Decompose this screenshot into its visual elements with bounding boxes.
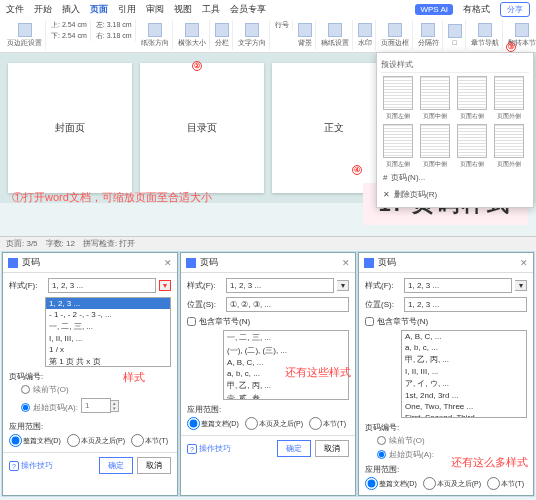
annotation-label: 还有这么多样式 [451,455,528,470]
ribbon-lineno[interactable]: 行号 [272,20,293,30]
format-select[interactable]: 1, 2, 3 ... [48,278,156,293]
scope-after[interactable] [67,434,80,447]
cancel-button[interactable]: 取消 [315,440,349,457]
style-thumb[interactable]: 页面外侧 [492,124,526,169]
scope-this[interactable] [131,434,144,447]
format-list3[interactable]: A, B, C, ...a, b, c, ...甲, 乙, 丙, ...I, I… [401,330,527,418]
word-icon [186,258,196,268]
annotation-label: 还有这些样式 [285,365,351,380]
dialog-title: 页码 [200,256,218,269]
ribbon-size[interactable]: 横张大小 [175,20,210,50]
pagenum-dialog-2: 页码✕ 样式(F):1, 2, 3 ...▾ 位置(S):①, ②, ③, ..… [180,252,356,496]
ribbon-nav[interactable]: 章节导航 [468,20,503,50]
menu-tools[interactable]: 工具 [202,3,220,16]
pos-select[interactable]: 1, 2, 3 ... [404,297,527,312]
format-toggle[interactable]: 有格式 [463,3,490,16]
pagenum-dialog-3: 页码✕ 样式(F):1, 2, 3 ...▾ 位置(S):1, 2, 3 ...… [358,252,534,496]
close-icon[interactable]: ✕ [164,258,172,268]
menu-ref[interactable]: 引用 [118,3,136,16]
word-icon [364,258,374,268]
menu-page[interactable]: 页面 [90,3,108,16]
menu-view[interactable]: 视图 [174,3,192,16]
ok-button[interactable]: 确定 [99,457,133,474]
scope-after[interactable] [423,477,436,490]
menu-bar: 文件 开始 插入 页面 引用 审阅 视图 工具 会员专享 WPS AI 有格式 … [0,0,536,18]
dropdown-icon[interactable]: ▾ [515,280,527,291]
continue-radio[interactable] [21,385,30,394]
wps-ai-badge[interactable]: WPS AI [415,4,453,15]
style-thumb[interactable]: 页面左侧 [381,76,415,121]
scope-doc[interactable] [9,434,22,447]
ribbon-bg[interactable]: 背景 [295,20,316,50]
include-chapter[interactable] [365,317,374,326]
format-select[interactable]: 1, 2, 3 ... [404,278,512,293]
ribbon-textdir[interactable]: 文字方向 [235,20,270,50]
start-value[interactable]: 1 [81,398,111,413]
menu-vip[interactable]: 会员专享 [230,3,266,16]
ribbon-border[interactable]: 页面边框 [378,20,413,50]
ribbon-cols[interactable]: 分栏 [212,20,233,50]
scope-after[interactable] [245,417,258,430]
scope-doc[interactable] [365,477,378,490]
ribbon-margin2[interactable]: 左: 3.18 cm右: 3.18 cm [93,20,136,41]
app-window: 文件 开始 插入 页面 引用 审阅 视图 工具 会员专享 WPS AI 有格式 … [0,0,536,53]
menu-file[interactable]: 文件 [6,3,24,16]
style-thumb[interactable]: 页面中侧 [418,76,452,121]
cancel-button[interactable]: 取消 [137,457,171,474]
style-thumb[interactable]: 页面中侧 [418,124,452,169]
pagenum-dialog-1: 页码✕ 样式(F):1, 2, 3 ...▾ 1, 2, 3 ...- 1 -,… [2,252,178,496]
start-radio[interactable] [377,450,386,459]
scope-this[interactable] [309,417,322,430]
dialog-row: 页码✕ 样式(F):1, 2, 3 ...▾ 1, 2, 3 ...- 1 -,… [0,252,536,496]
dialog-title: 页码 [378,256,396,269]
ribbon-break[interactable]: 分隔符 [415,20,443,50]
tips-link[interactable]: ?操作技巧 [187,443,231,454]
page-thumb[interactable]: 目录页 [140,63,264,193]
style-thumb[interactable]: 页面外侧 [492,76,526,121]
format-select[interactable]: 1, 2, 3 ... [226,278,334,293]
ribbon: 页边距设置 上: 2.54 cm下: 2.54 cm 左: 3.18 cm右: … [0,18,536,52]
dialog-title: 页码 [22,256,40,269]
page-thumb[interactable]: 封面页 [8,63,132,193]
continue-radio[interactable] [377,436,386,445]
menu-insert[interactable]: 插入 [62,3,80,16]
ribbon-orient[interactable]: 纸张方向 [138,20,173,50]
share-button[interactable]: 分享 [500,2,530,17]
pagenum-style-popup: 预设样式 页面左侧 页面中侧 页面右侧 页面外侧 页面左侧 页面中侧 页面右侧 … [376,52,534,208]
format-list[interactable]: 1, 2, 3 ...- 1 -, - 2 -, - 3 -, ...一, 二,… [45,297,171,367]
step-marker-4: ④ [352,165,362,175]
ribbon-sq[interactable]: □ [445,20,466,50]
format-list[interactable]: ①, ②, ③, ... [226,297,349,312]
scope-doc[interactable] [187,417,200,430]
tips-link[interactable]: ?操作技巧 [9,460,53,471]
close-icon[interactable]: ✕ [342,258,350,268]
spin-down[interactable]: ▾ [111,406,118,411]
ribbon-paper[interactable]: 稿纸设置 [318,20,353,50]
ribbon-watermark[interactable]: 水印 [355,20,376,50]
include-chapter[interactable] [187,317,196,326]
style-thumb[interactable]: 页面右侧 [455,124,489,169]
start-radio[interactable] [21,403,30,412]
annotation-step1: ①打开word文档，可缩放页面至合适大小 [12,190,212,205]
popup-header: 预设样式 [381,57,529,73]
dropdown-icon[interactable]: ▾ [159,280,171,291]
popup-delete-link[interactable]: ✕删除页码(R) [381,186,529,203]
ribbon-margin[interactable]: 上: 2.54 cm下: 2.54 cm [48,20,91,41]
popup-pagenum-link[interactable]: #页码(N)... [381,169,529,186]
dropdown-icon[interactable]: ▾ [337,280,349,291]
status-bar: 页面: 3/5 字数: 12 拼写检查: 打开 [0,236,536,250]
ribbon-cover[interactable]: 页边距设置 [4,20,46,50]
menu-home[interactable]: 开始 [34,3,52,16]
scope-this[interactable] [487,477,500,490]
style-thumb[interactable]: 页面左侧 [381,124,415,169]
step-marker-2: ② [192,61,202,71]
ok-button[interactable]: 确定 [277,440,311,457]
step-marker-3: ③ [506,42,516,52]
close-icon[interactable]: ✕ [520,258,528,268]
annotation-label: 样式 [123,370,145,385]
word-icon [8,258,18,268]
style-grid: 页面左侧 页面中侧 页面右侧 页面外侧 页面左侧 页面中侧 页面右侧 页面外侧 [381,76,529,169]
style-thumb[interactable]: 页面右侧 [455,76,489,121]
menu-review[interactable]: 审阅 [146,3,164,16]
